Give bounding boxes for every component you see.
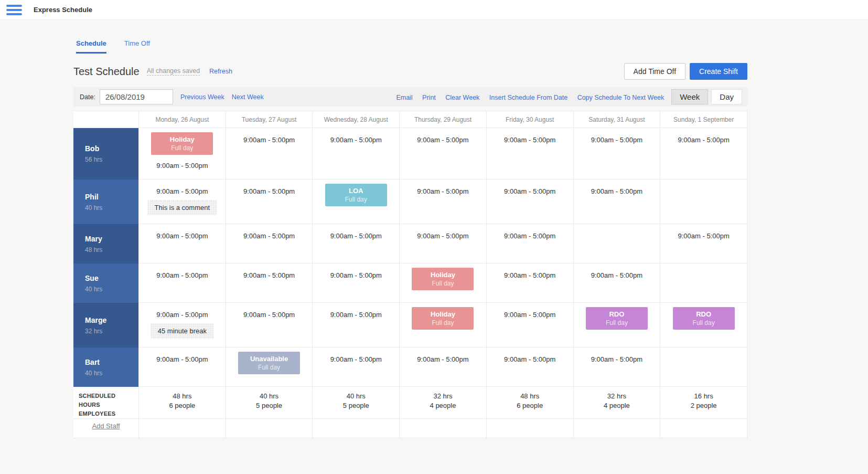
shift-cell[interactable]: 9:00am - 5:00pm — [313, 264, 400, 303]
clear-week-link[interactable]: Clear Week — [445, 94, 479, 101]
shift-cell[interactable] — [660, 264, 747, 303]
refresh-link[interactable]: Refresh — [209, 68, 232, 75]
empty-cell[interactable] — [574, 414, 661, 438]
week-view-button[interactable]: Week — [671, 89, 708, 104]
shift-cell[interactable]: 9:00am - 5:00pm — [574, 128, 661, 180]
shift-cell[interactable]: 9:00am - 5:00pm — [313, 224, 400, 264]
menu-icon[interactable] — [6, 5, 22, 15]
shift-cell[interactable]: 9:00am - 5:00pm — [660, 128, 747, 180]
shift-cell[interactable]: 9:00am - 5:00pm — [313, 303, 400, 347]
shift-cell[interactable]: 9:00am - 5:00pm — [400, 347, 487, 387]
shift-cell[interactable]: 9:00am - 5:00pm — [139, 347, 226, 387]
tab-schedule[interactable]: Schedule — [76, 39, 106, 54]
shift-cell[interactable]: 9:00am - 5:00pm — [574, 264, 661, 303]
badge-loa[interactable]: LOAFull day — [325, 184, 387, 206]
insert-schedule-from-date-link[interactable]: Insert Schedule From Date — [489, 94, 567, 101]
shift-cell[interactable]: HolidayFull day — [400, 264, 487, 303]
add-staff-row: Add Staff — [73, 414, 747, 438]
shift-cell[interactable]: 9:00am - 5:00pm — [226, 303, 313, 347]
badge-holiday[interactable]: HolidayFull day — [151, 132, 213, 155]
add-staff-link[interactable]: Add Staff — [92, 422, 120, 430]
previous-week-link[interactable]: Previous Week — [180, 93, 224, 101]
shift-cell[interactable]: 9:00am - 5:00pm — [226, 128, 313, 180]
shift-cell[interactable]: 9:00am - 5:00pm — [226, 224, 313, 264]
empty-cell[interactable] — [400, 414, 487, 438]
shift-time: 9:00am - 5:00pm — [243, 271, 295, 279]
badge-sublabel: Full day — [325, 196, 387, 203]
shift-cell[interactable] — [574, 224, 661, 264]
shift-cell[interactable]: 9:00am - 5:00pm — [660, 224, 747, 264]
badge-rdo[interactable]: RDOFull day — [673, 307, 735, 330]
employee-name: Bart — [85, 358, 138, 366]
total-people: 2 people — [660, 401, 747, 410]
badge-holiday[interactable]: HolidayFull day — [412, 268, 474, 290]
shift-cell[interactable]: 9:00am - 5:00pm45 minute break — [139, 303, 226, 347]
shift-cell[interactable]: 9:00am - 5:00pm — [487, 180, 574, 224]
shift-cell[interactable] — [660, 347, 747, 387]
shift-cell[interactable]: 9:00am - 5:00pm — [400, 128, 487, 180]
total-people: 6 people — [487, 401, 573, 410]
employee-name-cell[interactable]: Marge32 hrs — [73, 303, 139, 347]
shift-cell[interactable]: 9:00am - 5:00pm — [313, 128, 400, 180]
shift-cell[interactable]: HolidayFull day9:00am - 5:00pm — [139, 128, 226, 180]
shift-cell[interactable]: 9:00am - 5:00pm — [226, 180, 313, 224]
shift-time: 9:00am - 5:00pm — [504, 187, 555, 195]
employee-name-cell[interactable]: Sue40 hrs — [73, 264, 139, 303]
employee-row: Bob56 hrsHolidayFull day9:00am - 5:00pm9… — [73, 128, 747, 180]
print-link[interactable]: Print — [422, 94, 436, 101]
create-shift-button[interactable]: Create Shift — [690, 63, 747, 80]
shift-cell[interactable]: HolidayFull day — [400, 303, 487, 347]
scheduled-hours-label: SCHEDULED HOURS — [79, 392, 138, 409]
shift-cell[interactable]: 9:00am - 5:00pm — [487, 128, 574, 180]
empty-cell[interactable] — [660, 414, 747, 438]
next-week-link[interactable]: Next Week — [232, 93, 264, 101]
shift-cell[interactable]: 9:00am - 5:00pm — [400, 180, 487, 224]
shift-cell[interactable]: 9:00am - 5:00pm — [487, 347, 574, 387]
shift-cell[interactable]: 9:00am - 5:00pm — [487, 224, 574, 264]
shift-cell[interactable]: 9:00am - 5:00pm — [313, 347, 400, 387]
date-input[interactable] — [100, 89, 173, 104]
empty-cell[interactable] — [139, 414, 226, 438]
shift-cell[interactable]: RDOFull day — [574, 303, 661, 347]
shift-cell[interactable] — [660, 180, 747, 224]
shift-cell[interactable]: 9:00am - 5:00pm — [574, 180, 661, 224]
shift-cell[interactable]: 9:00am - 5:00pm — [226, 264, 313, 303]
shift-cell[interactable]: 9:00am - 5:00pm — [574, 347, 661, 387]
employee-name-cell[interactable]: Mary48 hrs — [73, 224, 139, 264]
shift-time: 9:00am - 5:00pm — [504, 355, 555, 363]
shift-time: 9:00am - 5:00pm — [243, 232, 295, 240]
shift-time: 9:00am - 5:00pm — [591, 355, 642, 363]
employee-name-cell[interactable]: Phil40 hrs — [73, 180, 139, 224]
shift-time: 9:00am - 5:00pm — [330, 311, 382, 319]
shift-comment: 45 minute break — [151, 323, 214, 339]
badge-sublabel: Full day — [673, 319, 735, 326]
tab-time-off[interactable]: Time Off — [124, 39, 150, 54]
add-time-off-button[interactable]: Add Time Off — [624, 63, 685, 80]
day-view-button[interactable]: Day — [711, 89, 742, 104]
shift-cell[interactable]: 9:00am - 5:00pm — [400, 224, 487, 264]
shift-cell[interactable]: 9:00am - 5:00pm — [139, 264, 226, 303]
shift-cell[interactable]: 9:00am - 5:00pmThis is a comment — [139, 180, 226, 224]
badge-sublabel: Full day — [412, 319, 474, 326]
employee-name-cell[interactable]: Bob56 hrs — [73, 128, 139, 180]
shift-cell[interactable]: RDOFull day — [660, 303, 747, 347]
empty-cell[interactable] — [487, 414, 574, 438]
shift-cell[interactable]: LOAFull day — [313, 180, 400, 224]
employee-hours: 40 hrs — [85, 286, 138, 293]
copy-schedule-to-next-week-link[interactable]: Copy Schedule To Next Week — [577, 94, 665, 101]
day-header: Thursday, 29 August — [400, 111, 487, 128]
email-link[interactable]: Email — [396, 94, 412, 101]
badge-holiday[interactable]: HolidayFull day — [412, 307, 474, 330]
shift-time: 9:00am - 5:00pm — [243, 187, 295, 195]
shift-time: 9:00am - 5:00pm — [678, 136, 729, 144]
badge-rdo[interactable]: RDOFull day — [586, 307, 648, 330]
shift-time: 9:00am - 5:00pm — [591, 187, 642, 195]
employee-name-cell[interactable]: Bart40 hrs — [73, 347, 139, 387]
shift-cell[interactable]: UnavailableFull day — [226, 347, 313, 387]
badge-unavailable[interactable]: UnavailableFull day — [238, 352, 300, 374]
shift-cell[interactable]: 9:00am - 5:00pm — [487, 264, 574, 303]
shift-cell[interactable]: 9:00am - 5:00pm — [139, 224, 226, 264]
empty-cell[interactable] — [226, 414, 313, 438]
empty-cell[interactable] — [313, 414, 400, 438]
shift-cell[interactable]: 9:00am - 5:00pm — [487, 303, 574, 347]
